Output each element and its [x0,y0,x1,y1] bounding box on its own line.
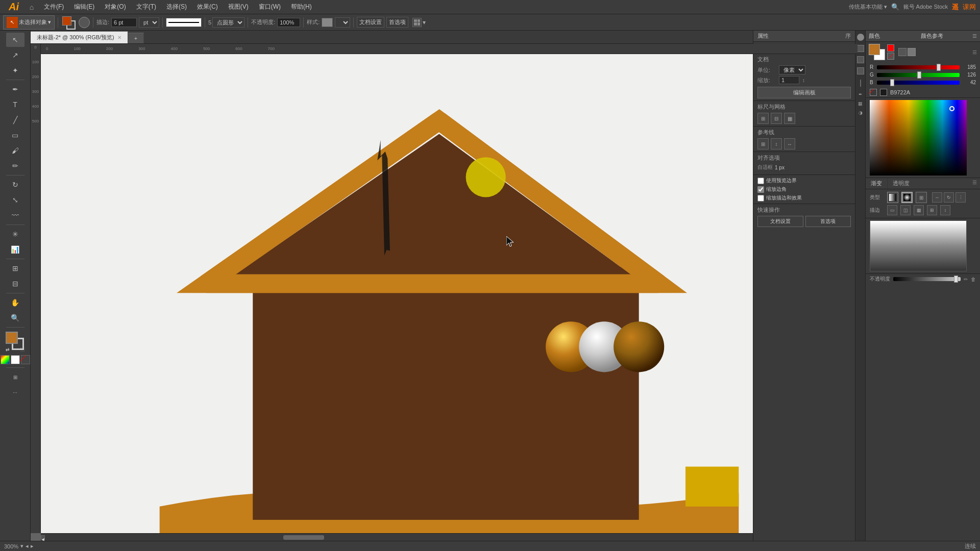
color-mode-none[interactable] [887,53,894,60]
fill-swatch[interactable] [62,16,71,26]
scale-btn[interactable]: ⤡ [6,193,24,207]
color-dark-swatch[interactable] [880,89,887,96]
rulers-icon-3[interactable]: ▦ [784,113,795,124]
round-corners-checkbox[interactable] [757,186,764,193]
g-slider-thumb[interactable] [917,71,921,79]
b-slider-track[interactable] [877,81,960,85]
zoom-btn[interactable]: 🔍 [6,311,24,325]
color-fill-swatch[interactable] [869,44,880,55]
preview-bounds-checkbox[interactable] [757,178,764,184]
zoom-control[interactable]: 300% ▾ ◂ ▸ [4,543,34,549]
fill-stroke-swatch[interactable] [61,15,78,30]
hand-btn[interactable]: ✋ [6,295,24,310]
color-fill-stroke[interactable] [869,44,885,60]
symbol-spray-btn[interactable]: ✳ [6,227,24,241]
transparency-strip-icon[interactable]: ◑ [859,110,863,115]
edit-artboard-btn[interactable]: 编辑画板 [757,87,851,98]
arrange-dropdown-arrow[interactable]: ▾ [423,19,426,26]
gradient-freeform-btn[interactable]: ⊞ [916,192,927,203]
tab-gradient[interactable]: 渐变 [866,178,888,189]
guides-icon-1[interactable]: ⊞ [757,138,769,149]
gradient-angle-btn[interactable]: ↻ [944,192,954,203]
line-tool-btn[interactable]: ╱ [6,113,24,127]
qa-preferences-btn[interactable]: 首选项 [805,216,851,227]
graph-btn[interactable]: 📊 [6,242,24,257]
direct-selection-btn[interactable]: ↗ [6,48,24,62]
color-mode-btn[interactable] [1,355,10,364]
pen-strip-icon[interactable]: ✒ [859,92,863,97]
opacity-pencil-icon[interactable]: ✏ [964,277,968,282]
artboards-icon-strip[interactable] [857,56,864,63]
stroke-g-btn5[interactable]: ↕ [940,205,950,215]
rect-tool-btn[interactable]: ▭ [6,128,24,142]
warp-btn[interactable]: 〰 [6,208,24,222]
slice-btn[interactable]: ⊟ [6,277,24,291]
home-icon[interactable]: ⌂ [26,0,38,14]
unit-dropdown[interactable]: 像素 [779,65,805,74]
scale-strokes-checkbox[interactable] [757,195,764,202]
none-mode-btn[interactable] [21,355,30,364]
opacity-thumb[interactable] [954,276,958,283]
guides-icon-2[interactable]: ↕ [771,138,782,149]
color-panel-header[interactable]: 颜色 颜色参考 ☰ [866,31,980,42]
g-slider-track[interactable] [877,73,960,77]
scale-input[interactable] [779,76,799,84]
gradient-radial-btn[interactable] [901,192,913,203]
stroke-value-input[interactable] [111,18,137,27]
r-slider-track[interactable] [877,65,960,69]
r-slider-thumb[interactable] [937,64,941,71]
menu-window[interactable]: 窗口(W) [255,2,285,12]
gradient-strip-icon[interactable]: ▦ [858,101,863,106]
panel-menu-icon[interactable]: ☰ [972,33,977,39]
gradient-linear-btn[interactable] [887,192,898,203]
rulers-icon-1[interactable]: ⊞ [757,113,769,124]
style-swatch[interactable] [322,18,333,27]
pen-tool-btn[interactable]: ✒ [6,82,24,96]
swap-icon[interactable]: ⇄ [6,347,10,352]
props-header[interactable]: 属性 序 [753,31,855,42]
h-scroll-track[interactable] [45,534,839,541]
color-panel-options[interactable]: ☰ [972,49,977,55]
menu-select[interactable]: 选择(S) [162,2,191,12]
horizontal-scrollbar[interactable]: ◂ ▸ 连续 [41,533,857,541]
tool-selector[interactable]: ↖ 未选择对象 ▾ [3,15,55,30]
layers-btn[interactable]: ⊞ [6,370,24,384]
pencil-btn[interactable]: ✏ [6,159,24,173]
opacity-input[interactable] [277,18,300,27]
color-mode-red[interactable] [887,44,894,52]
menu-text[interactable]: 文字(T) [132,2,160,12]
stroke-g-btn1[interactable]: ▭ [887,205,897,215]
search-icon[interactable]: 🔍 [891,3,899,11]
menu-edit[interactable]: 编辑(E) [70,2,99,12]
qa-doc-settings-btn[interactable]: 文档设置 [757,216,803,227]
gradient-more-btn[interactable]: ⋮ [955,192,966,203]
doc-settings-btn[interactable]: 文档设置 [357,17,384,28]
color-opt-2[interactable] [908,48,916,56]
artboard-btn[interactable]: ⊞ [6,261,24,276]
color-wheel-icon[interactable] [857,34,864,41]
tab-document[interactable]: 未标题-2* @ 300% (RGB/预览) ✕ [31,31,128,43]
zoom-dropdown-arrow[interactable]: ▾ [20,543,23,549]
color-picker-gradient[interactable] [870,100,967,176]
fill-color-box[interactable] [6,332,18,344]
tab-opacity[interactable]: 透明度 [888,178,915,189]
gradient-reverse-btn[interactable]: ↔ [932,192,942,203]
style-dropdown[interactable] [335,17,350,28]
stroke-g-btn3[interactable]: ▦ [914,205,924,215]
b-slider-thumb[interactable] [890,79,894,86]
rulers-icon-2[interactable]: ⊟ [771,113,782,124]
type-tool-btn[interactable]: T [6,97,24,112]
guides-icon-3[interactable]: ↔ [784,138,795,149]
nav-left-btn[interactable]: ◂ [26,543,29,549]
gradient-panel-menu[interactable]: ☰ [969,178,980,189]
rotate-btn[interactable]: ↻ [6,178,24,192]
tab-new[interactable]: + [128,33,144,43]
symbols-icon-strip[interactable] [857,67,864,74]
stroke-g-btn4[interactable]: ⊞ [927,205,937,215]
menu-view[interactable]: 视图(V) [224,2,253,12]
preferences-btn[interactable]: 首选项 [386,17,408,28]
brush-type-dropdown[interactable]: 点圆形 [212,17,244,28]
scroll-left-btn[interactable]: ◂ [41,535,45,539]
more-tools-btn[interactable]: ··· [6,385,24,399]
menu-object[interactable]: 对象(O) [101,2,130,12]
